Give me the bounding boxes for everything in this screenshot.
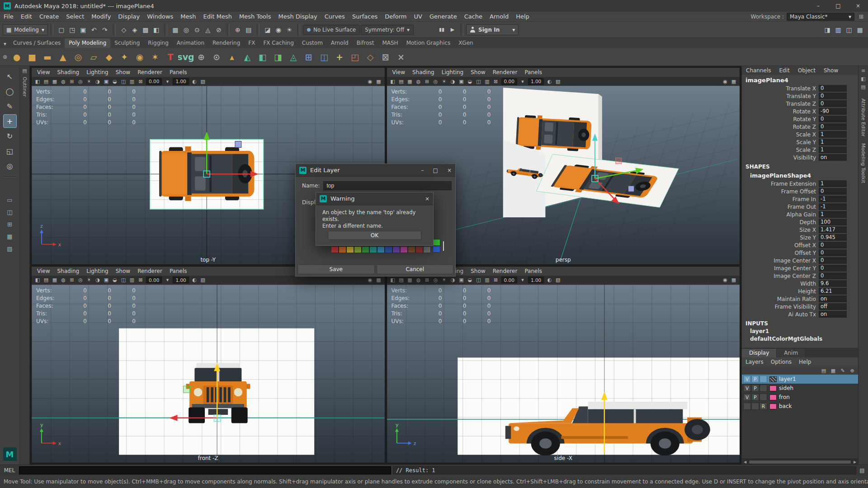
layer-name-input[interactable] [323, 181, 452, 190]
strip-panel-icon[interactable]: ▤ [861, 84, 865, 90]
vp-gamma-icon[interactable]: ◐ [190, 277, 198, 283]
layer-row-layer1[interactable]: V P layer1 [742, 375, 858, 384]
layer-playback-toggle[interactable]: P [751, 385, 759, 392]
channel-attr-label[interactable]: Scale Y [742, 139, 819, 145]
layer-name[interactable]: sideh [779, 385, 793, 391]
channel-attr-value[interactable]: -1 [819, 203, 847, 210]
shelf-mirror-icon[interactable]: ◫ [316, 49, 332, 65]
menu-mesh-tools[interactable]: Mesh Tools [236, 12, 274, 22]
outliner-icon[interactable]: ▤ [22, 68, 27, 74]
script-editor-icon[interactable]: ▤ [858, 466, 866, 474]
menu-windows[interactable]: Windows [143, 12, 177, 22]
menu-surfaces[interactable]: Surfaces [349, 12, 381, 22]
vp-exposure-icon[interactable]: ▾ [163, 79, 171, 84]
color-swatch[interactable] [408, 246, 415, 253]
vp-gamma-icon[interactable]: ◐ [545, 277, 553, 283]
snap-curve-icon[interactable]: ◎ [181, 24, 192, 35]
channel-attr-label[interactable]: Depth [742, 219, 819, 225]
input-defaultColorMgtGlobals[interactable]: defaultColorMgtGlobals [742, 335, 858, 343]
channel-attr-label[interactable]: Frame Out [742, 204, 819, 210]
shelf-cylinder-icon[interactable]: ▬ [40, 49, 55, 65]
dialog-maximize-button[interactable]: □ [433, 167, 438, 174]
shelf-type-icon[interactable]: T [163, 49, 178, 65]
channel-attr-label[interactable]: Image Center X [742, 258, 819, 264]
vp-resolution-gate-icon[interactable]: ◒ [111, 79, 119, 84]
vp-2d-pan-icon[interactable]: ◎ [76, 79, 85, 84]
paint-select-tool[interactable]: ✎ [3, 99, 17, 113]
layer-type-toggle[interactable] [760, 375, 767, 383]
vp-resolution-gate-icon[interactable]: ◒ [111, 277, 119, 283]
color-swatch[interactable] [377, 246, 385, 253]
layout-four-pane[interactable]: ⊞ [3, 219, 17, 230]
scroll-right-icon[interactable]: ▶ [852, 459, 858, 465]
shelf-plane-icon[interactable]: ▱ [86, 49, 101, 65]
shelf-tab-mash[interactable]: MASH [378, 38, 402, 48]
layer-editor-tab-anim[interactable]: Anim [777, 349, 806, 357]
viewport-menu[interactable]: Panels [521, 267, 546, 276]
viewport-menu[interactable]: View [389, 68, 409, 77]
color-swatch[interactable] [415, 246, 423, 253]
viewport-menu[interactable]: Renderer [134, 68, 166, 77]
channel-attr-value[interactable]: 0 [819, 249, 847, 256]
layout-two-pane[interactable]: ◫ [3, 206, 17, 217]
vp-lock-camera-icon[interactable]: ▤ [397, 79, 406, 84]
channel-attr-value[interactable]: 0.945 [819, 234, 847, 241]
channel-attr-label[interactable]: Rotate X [742, 108, 819, 115]
shelf-tab-fx[interactable]: FX [244, 38, 259, 48]
shelf-combine-icon[interactable]: + [332, 49, 347, 65]
exposure-field[interactable]: 0.00 [146, 78, 162, 85]
channel-attr-value[interactable]: 1 [819, 139, 847, 145]
vp-bookmark-icon[interactable]: ◍ [59, 277, 67, 283]
layer-row-back[interactable]: R back [742, 402, 858, 411]
vp-2d-pan-icon[interactable]: ◎ [432, 277, 440, 283]
shelf-delete-icon[interactable]: ⊠ [378, 49, 393, 65]
vp-gamma-icon[interactable]: ◐ [545, 79, 553, 84]
channel-attr-label[interactable]: Size X [742, 227, 819, 233]
menu-mesh[interactable]: Mesh [177, 12, 199, 22]
layer-playback-toggle[interactable]: P [751, 375, 759, 383]
menu-create[interactable]: Create [36, 12, 62, 22]
shelf-target-weld-icon[interactable]: ⊕ [193, 49, 209, 65]
channel-attr-value[interactable]: 100 [819, 219, 847, 225]
menu-arnold[interactable]: Arnold [486, 12, 512, 22]
exposure-field[interactable]: 0.00 [501, 277, 517, 283]
channel-attr-value[interactable]: 0 [819, 116, 847, 122]
new-scene-icon[interactable]: ▢ [56, 24, 67, 35]
channel-attr-label[interactable]: Frame Offset [742, 188, 819, 195]
color-swatch[interactable] [385, 246, 392, 253]
vp-lighting-icon[interactable]: ☀ [85, 277, 93, 283]
cb-menu-edit[interactable]: Edit [775, 67, 794, 74]
channel-attr-label[interactable]: Frame Extension [742, 181, 819, 187]
scroll-left-icon[interactable]: ◀ [742, 459, 748, 465]
color-swatch[interactable] [400, 246, 408, 253]
shelf-boolean-icon[interactable]: ◰ [347, 49, 363, 65]
menu-display[interactable]: Display [114, 12, 143, 22]
channel-attr-value[interactable]: 6.21 [819, 288, 847, 295]
undo-icon[interactable]: ↶ [89, 24, 99, 35]
select-tool[interactable]: ↖ [3, 70, 17, 83]
shelf-sphere-icon[interactable]: ● [9, 49, 24, 65]
viewport-menu[interactable]: View [33, 68, 53, 77]
vp-select-camera-icon[interactable]: ◧ [33, 277, 42, 283]
open-editor-icon[interactable]: ▤ [243, 24, 254, 35]
channel-attr-label[interactable]: Offset Y [742, 250, 819, 256]
menu-select[interactable]: Select [62, 12, 88, 22]
vp-field-chart-icon[interactable]: ▥ [483, 79, 491, 84]
vp-2d-pan-icon[interactable]: ◎ [432, 79, 440, 84]
shelf-tab-arnold[interactable]: Arnold [327, 38, 353, 48]
vp-film-gate-icon[interactable]: ▣ [458, 79, 466, 84]
vp-exposure-icon[interactable]: ▾ [163, 277, 171, 283]
vp-safe-action-icon[interactable]: ⊠ [492, 79, 500, 84]
layer-scrollbar[interactable]: ◀ ▶ [742, 459, 858, 465]
layout-hypershade-persp[interactable]: ▧ [3, 243, 17, 254]
vp-safe-action-icon[interactable]: ⊠ [492, 277, 500, 283]
channel-attr-label[interactable]: Offset X [742, 242, 819, 249]
shelf-tab-custom[interactable]: Custom [298, 38, 327, 48]
vp-renderer-icon[interactable]: ◉ [366, 277, 374, 283]
channel-attr-value[interactable]: 1.417 [819, 226, 847, 233]
channel-attr-value[interactable]: 0 [819, 257, 847, 264]
channel-attr-label[interactable]: Scale Z [742, 147, 819, 153]
tab-modeling-toolkit[interactable]: Modeling Toolkit [860, 143, 866, 183]
shelf-tab-fx-caching[interactable]: FX Caching [259, 38, 297, 48]
menu-deform[interactable]: Deform [381, 12, 410, 22]
